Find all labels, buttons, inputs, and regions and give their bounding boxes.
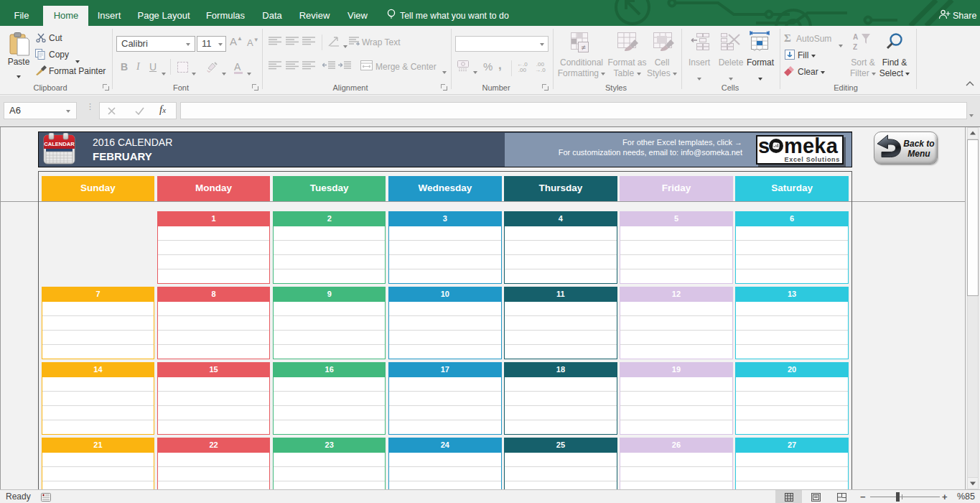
svg-text:Z: Z — [853, 43, 857, 51]
svg-text:CALENDAR: CALENDAR — [44, 141, 75, 147]
svg-text:A: A — [853, 33, 858, 41]
